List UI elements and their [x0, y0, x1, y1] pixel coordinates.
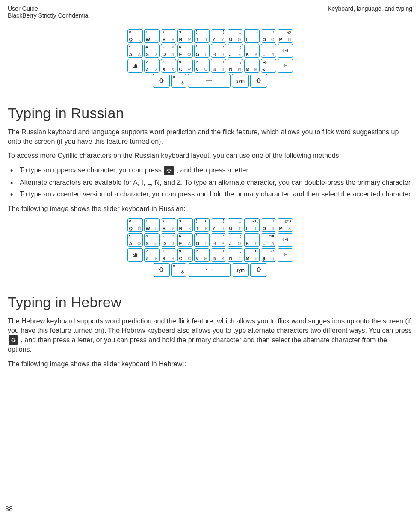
key: _UΘ — [228, 29, 243, 43]
key: 5○DВ — [161, 233, 176, 247]
key: 9CС — [177, 248, 193, 262]
key: -ЩIШ — [244, 218, 260, 232]
key: (TΤ — [194, 29, 210, 43]
key — [278, 248, 293, 262]
key: _UГ — [228, 218, 243, 232]
key: 3RΡ — [177, 29, 193, 43]
key: #QЙ — [127, 218, 143, 232]
key: -IΙ — [244, 29, 260, 43]
key — [250, 263, 267, 277]
key: (ЁTЕ — [194, 218, 210, 232]
key: 'KЛ — [244, 233, 260, 247]
svg-rect-1 — [182, 271, 183, 273]
key: alt — [127, 248, 143, 262]
key: .ЪMЬ — [244, 248, 260, 262]
shift-icon — [164, 166, 174, 175]
key: :HΗ — [211, 44, 226, 58]
heading-hebrew: Typing in Hebrew — [8, 294, 412, 311]
key: +OΟ — [261, 29, 276, 43]
key: 2EУ — [161, 218, 176, 232]
key: € — [261, 59, 276, 73]
key: 4SΣ — [144, 44, 160, 58]
key: 7ZΖ — [144, 59, 160, 73]
key: *AΑ — [127, 44, 143, 58]
text: , and then press a letter, or you can pr… — [8, 336, 387, 353]
para: To access more Cyrillic characters on th… — [8, 151, 412, 160]
key: !BИ — [211, 248, 226, 262]
doc-title: User Guide — [8, 5, 38, 12]
text: The Hebrew keyboard supports word predic… — [8, 317, 412, 334]
key: .MΜ — [244, 59, 260, 73]
key: #Qς — [127, 29, 143, 43]
para: The Hebrew keyboard supports word predic… — [8, 317, 412, 354]
key — [278, 59, 293, 73]
list-item: To type an accented version of a charact… — [8, 190, 412, 199]
key: "ЖLД — [261, 233, 276, 247]
key: "LΛ — [261, 44, 276, 58]
key: ,NΝ — [228, 59, 243, 73]
key: )YΥ — [211, 29, 226, 43]
key: 8XΧ — [161, 59, 176, 73]
key: 3RК — [177, 218, 193, 232]
shift-icon — [9, 335, 18, 345]
key: +OЗ — [261, 218, 276, 232]
para: The Russian keyboard and language suppor… — [8, 128, 412, 146]
key: sym — [232, 74, 249, 88]
para: The following image shows the slider key… — [8, 204, 412, 214]
confidential-note: BlackBerry Strictly Confidential — [8, 12, 412, 19]
text: , and then press a letter. — [177, 166, 250, 174]
key: 2EΕ — [161, 29, 176, 43]
keyboard-russian: #QЙ1WЦ2EУ3RК(ЁTЕ)YН_UГ-ЩIШ+OЗ@ЭPХ*AФ4SЫ5… — [8, 218, 412, 277]
key: 9CΨ — [177, 59, 193, 73]
list-item: Alternate characters are available for A… — [8, 178, 412, 187]
key — [153, 263, 170, 277]
key: 5○DΔ — [161, 44, 176, 58]
para: The following image shows the slider key… — [8, 359, 412, 369]
key: ;JΞ — [228, 44, 243, 58]
text: To type an uppercase character, you can … — [20, 166, 163, 174]
key: 0 — [171, 263, 186, 277]
section-title: Keyboard, language, and typing — [328, 5, 412, 12]
heading-russian: Typing in Russian — [8, 105, 412, 122]
list-item: To type an uppercase character, you can … — [8, 166, 412, 175]
key — [250, 74, 267, 88]
key: @ЭPХ — [278, 218, 293, 232]
key: 8XЧ — [161, 248, 176, 262]
key: 6FΦ — [177, 44, 193, 58]
key — [188, 263, 231, 277]
key: 1WЦ — [144, 218, 160, 232]
page-number: 38 — [5, 505, 13, 513]
keyboard-greek: #Qς1Wς2EΕ3RΡ(TΤ)YΥ_UΘ-IΙ+OΟ@PΠ*AΑ4SΣ5○DΔ… — [8, 29, 412, 88]
key: ;JО — [228, 233, 243, 247]
svg-rect-0 — [182, 81, 183, 83]
key: 'KΚ — [244, 44, 260, 58]
key: Ю$Б — [261, 248, 276, 262]
key: alt — [127, 59, 143, 73]
key: 0 — [171, 74, 186, 88]
key: ,NТ — [228, 248, 243, 262]
key — [188, 74, 231, 88]
key: 7ZЯ — [144, 248, 160, 262]
key: *AФ — [127, 233, 143, 247]
key — [278, 44, 293, 58]
key: @PΠ — [278, 29, 293, 43]
key: 4SЫ — [144, 233, 160, 247]
key: 6FА — [177, 233, 193, 247]
key — [153, 74, 170, 88]
key: :HР — [211, 233, 226, 247]
key: /GП — [194, 233, 210, 247]
key: )YН — [211, 218, 226, 232]
key: /GΓ — [194, 44, 210, 58]
key: ?VМ — [194, 248, 210, 262]
key: !BΒ — [211, 59, 226, 73]
key — [278, 233, 293, 247]
key: 1Wς — [144, 29, 160, 43]
key: sym — [232, 263, 249, 277]
key: ?VΩ — [194, 59, 210, 73]
